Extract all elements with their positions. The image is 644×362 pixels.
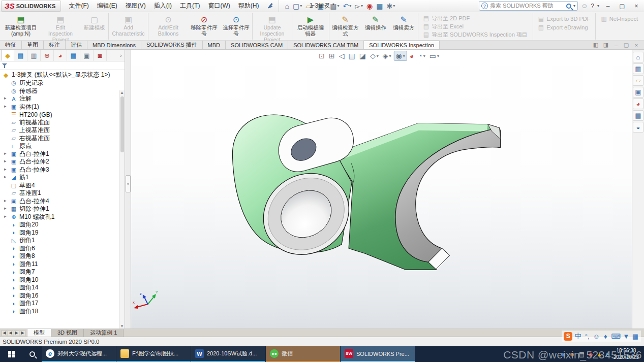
splitter-handle[interactable] [126, 175, 131, 192]
export-menu-item[interactable]: ▤导出至 SOLIDWORKS Inspection 项目 [420, 30, 531, 39]
dimxpertmanager-tab[interactable]: ⊕ [41, 50, 54, 61]
tab-first-icon[interactable]: ◀ [2, 330, 7, 336]
login-user-icon[interactable]: ☺ [581, 2, 588, 10]
tree-item[interactable]: ◗圆角10 [0, 276, 125, 284]
taskbar-clock[interactable]: 18:56:38 2020/10/23 [614, 346, 644, 362]
ribbon-button[interactable]: ▣Add Characteristic [109, 13, 148, 40]
tab-last-icon[interactable]: ▶ [20, 330, 25, 336]
command-tab[interactable]: SOLIDWORKS CAM TBM [288, 41, 364, 49]
start-button[interactable] [0, 346, 22, 362]
cn-mode-icon[interactable]: 中 [574, 332, 581, 341]
help-menu[interactable]: ? [591, 3, 594, 10]
custom-properties-icon[interactable]: ▤ [633, 110, 643, 121]
tree-item[interactable]: ▣凸台-拉伸1 [0, 150, 125, 158]
zoom-area-icon[interactable]: ⊞ [327, 51, 336, 61]
export-menu-item[interactable]: ▤Export to 3D PDF [535, 14, 594, 23]
export-menu-item[interactable]: ▤Export eDrawing [535, 23, 594, 31]
propertymanager-tab[interactable]: ▤ [14, 50, 27, 61]
skin-icon[interactable]: ▼ [623, 333, 630, 340]
command-tab[interactable]: SOLIDWORKS Inspection [364, 41, 440, 49]
solidworks-forum-icon[interactable]: ◒ [633, 122, 643, 133]
command-tab[interactable]: MBD Dimensions [87, 41, 141, 49]
tree-item[interactable]: ▣实体(1) [0, 103, 125, 111]
edit-appearance-icon[interactable]: ◕ [408, 51, 415, 61]
dropdown-caret-icon[interactable]: ▾ [337, 4, 339, 8]
tree-item[interactable]: ▱上视基准面 [0, 126, 125, 135]
tree-item[interactable]: ▦切除-拉伸1 [0, 205, 125, 213]
cam-feature-tree-tab[interactable]: ▦ [67, 50, 80, 61]
dropdown-caret-icon[interactable]: ▾ [393, 4, 395, 8]
command-tab[interactable]: 特征 [0, 41, 22, 49]
scroll-thumb[interactable] [120, 96, 124, 152]
tree-item[interactable]: ◗圆角8 [0, 252, 125, 260]
tree-item[interactable]: ▣凸台-拉伸4 [0, 198, 125, 206]
tree-item[interactable]: ◗圆角20 [0, 221, 125, 229]
punctuation-icon[interactable]: °, [584, 333, 591, 340]
tree-item[interactable]: ◗圆角7 [0, 268, 125, 276]
command-tab[interactable]: SOLIDWORKS 插件 [141, 41, 203, 49]
select-cursor-icon[interactable]: ▻▾ [353, 1, 364, 11]
command-tab[interactable]: 标注 [44, 41, 66, 49]
export-menu-item[interactable]: ▥Net-Inspect [598, 14, 641, 23]
apply-scene-icon[interactable]: ◔ [416, 51, 426, 61]
ribbon-button[interactable]: ✎编辑卖方 [390, 13, 418, 40]
tree-item[interactable]: ◗圆角17 [0, 300, 125, 308]
home-icon[interactable]: ⌂ [283, 1, 290, 11]
options-gear-icon[interactable]: ✱▾ [385, 1, 396, 11]
tree-item[interactable]: ◗圆角11 [0, 260, 125, 269]
dropdown-caret-icon[interactable]: ▾ [312, 4, 314, 8]
alert-icon[interactable]: ▲ [596, 351, 602, 357]
user-agent-icon[interactable]: ☻ [569, 351, 575, 357]
print-icon[interactable]: ▤▾ [328, 1, 341, 11]
dropdown-caret-icon[interactable]: ▾ [300, 4, 302, 8]
part-model-3d[interactable]: x Y z [131, 50, 632, 328]
tree-root-item[interactable]: ◆ 1-3拨叉 (默认<<默认>_显示状态 1>) [0, 71, 125, 79]
export-menu-item[interactable]: ▤导出至 2D PDF [420, 14, 531, 22]
menu-item[interactable]: 帮助(H) [235, 1, 263, 11]
ribbon-button[interactable]: ⊙Add/Edit Balloons [148, 13, 188, 40]
tree-filter-input[interactable] [10, 62, 125, 69]
command-tab[interactable]: MBD [203, 41, 226, 49]
taskbar-app-button[interactable]: F:\图学会\制图技... [116, 346, 191, 362]
menu-item[interactable]: 文件(F) [65, 1, 92, 11]
tree-item[interactable]: ◗圆角16 [0, 292, 125, 300]
solidworks-resources-icon[interactable]: ⌂ [633, 52, 643, 62]
help-search-box[interactable]: ? 搜索 SOLIDWORKS 帮助 ▾ [479, 1, 578, 11]
solidworks-logo[interactable]: ЗS SOLIDWORKS [1, 1, 61, 12]
open-icon[interactable]: ▱▾ [304, 1, 315, 11]
inspection-manager-tab[interactable]: ◙ [94, 50, 107, 61]
tree-item[interactable]: ▱前视基准面 [0, 119, 125, 127]
pane-left-icon[interactable]: ◧ [591, 42, 600, 48]
tab-overflow-chevron-icon[interactable]: › [117, 50, 125, 61]
emoji-icon[interactable]: ☺ [593, 333, 600, 340]
design-library-icon[interactable]: ▦ [633, 63, 643, 74]
pane-right-icon[interactable]: ◨ [601, 42, 610, 48]
menu-item[interactable]: 窗口(W) [204, 1, 233, 11]
command-tab[interactable]: 草图 [22, 41, 44, 49]
panel-splitter[interactable] [125, 50, 131, 328]
tree-item[interactable]: ◗圆角6 [0, 245, 125, 253]
printer-icon[interactable]: ▤ [579, 351, 585, 357]
scroll-up-icon[interactable]: ▲ [120, 90, 124, 95]
search-icon[interactable] [566, 4, 571, 9]
section-view-icon[interactable]: ▤ [347, 51, 357, 61]
search-input[interactable]: 搜索 SOLIDWORKS 帮助 [490, 2, 564, 10]
new-document-icon[interactable]: ▢▾ [291, 1, 303, 11]
tree-item[interactable]: ◗圆角14 [0, 284, 125, 292]
taskbar-app-button[interactable]: W2020-10SW试题.d... [191, 346, 265, 362]
evaluate-icon[interactable]: ▦ [375, 1, 384, 11]
file-explorer-icon[interactable]: ▱ [633, 75, 643, 86]
filter-funnel-icon[interactable] [2, 63, 8, 69]
defender-icon[interactable]: ◙ [562, 351, 565, 357]
view-palette-icon[interactable]: ▣ [633, 87, 643, 97]
model-tab[interactable]: 3D 视图 [51, 329, 84, 337]
ribbon-button[interactable]: ✎编辑操作 [361, 13, 390, 40]
help-dropdown-icon[interactable]: ▾ [597, 4, 599, 8]
tree-item[interactable]: ▱基准面1 [0, 189, 125, 198]
doc-close-button[interactable]: × [632, 42, 641, 48]
menu-item[interactable]: 工具(T) [176, 1, 203, 11]
tree-item[interactable]: ◺倒角1 [0, 237, 125, 245]
sync-box-icon[interactable]: ◆ [588, 351, 593, 357]
tree-item[interactable]: ◢筋1 [0, 174, 125, 182]
ribbon-button[interactable]: ▢新建模板 [80, 13, 109, 40]
